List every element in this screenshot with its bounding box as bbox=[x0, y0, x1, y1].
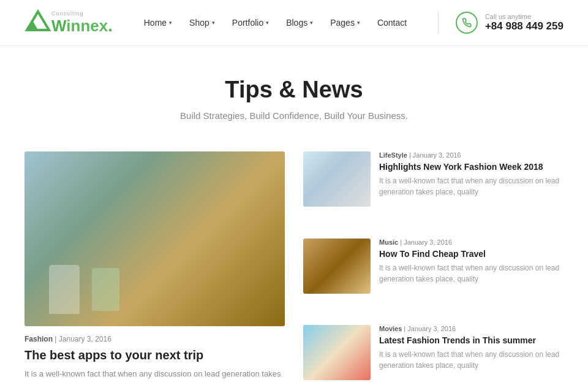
pages-dropdown-arrow: ▾ bbox=[357, 20, 360, 26]
small-post-1: LifeStyle | January 3, 2016 Highlights N… bbox=[303, 151, 564, 220]
small-post-2-meta: Music | January 3, 2016 bbox=[379, 239, 564, 246]
blogs-dropdown-arrow: ▾ bbox=[310, 20, 313, 26]
small-post-1-title[interactable]: Highlights New York Fashion Week 2018 bbox=[379, 161, 564, 172]
nav-pages[interactable]: Pages ▾ bbox=[322, 0, 369, 46]
contact-info: Call us anytime +84 988 449 259 bbox=[438, 12, 564, 34]
blog-grid: Fashion | January 3, 2016 The best apps … bbox=[0, 139, 588, 382]
small-post-2-image[interactable] bbox=[303, 239, 371, 294]
small-post-2-title[interactable]: How To Find Cheap Travel bbox=[379, 248, 564, 259]
main-nav: Home ▾ Shop ▾ Portfolio ▾ Blogs ▾ Pages … bbox=[135, 0, 415, 46]
small-post-1-image[interactable] bbox=[303, 151, 371, 207]
nav-portfolio[interactable]: Portfolio ▾ bbox=[224, 0, 277, 46]
small-post-2: Music | January 3, 2016 How To Find Chea… bbox=[303, 239, 564, 307]
logo-icon bbox=[24, 9, 51, 36]
home-dropdown-arrow: ▾ bbox=[169, 20, 172, 26]
small-post-3-meta: Movies | January 3, 2016 bbox=[379, 325, 564, 332]
small-post-3: Movies | January 3, 2016 Latest Fashion … bbox=[303, 325, 564, 382]
small-post-3-image[interactable] bbox=[303, 325, 371, 380]
phone-icon bbox=[456, 12, 478, 34]
nav-blogs[interactable]: Blogs ▾ bbox=[277, 0, 322, 46]
site-header: Consulting Winnex. Home ▾ Shop ▾ Portfol… bbox=[0, 0, 588, 46]
phone-number: +84 988 449 259 bbox=[485, 20, 564, 32]
small-post-2-excerpt: It is a well-known fact that when any di… bbox=[379, 262, 564, 285]
small-post-2-info: Music | January 3, 2016 How To Find Chea… bbox=[379, 239, 564, 285]
featured-post: Fashion | January 3, 2016 The best apps … bbox=[24, 151, 285, 382]
logo[interactable]: Consulting Winnex. bbox=[24, 9, 113, 36]
logo-consulting: Consulting bbox=[51, 11, 113, 17]
hero-section: Tips & News Build Strategies, Build Conf… bbox=[0, 46, 588, 139]
page-title: Tips & News bbox=[12, 77, 576, 103]
featured-post-title[interactable]: The best apps to your next trip bbox=[24, 347, 285, 363]
small-post-1-meta: LifeStyle | January 3, 2016 bbox=[379, 151, 564, 159]
phone-details: Call us anytime +84 988 449 259 bbox=[485, 13, 564, 32]
nav-shop[interactable]: Shop ▾ bbox=[181, 0, 224, 46]
small-post-1-excerpt: It is a well-known fact that when any di… bbox=[379, 175, 564, 197]
featured-post-meta: Fashion | January 3, 2016 bbox=[24, 335, 285, 343]
portfolio-dropdown-arrow: ▾ bbox=[266, 20, 269, 26]
small-post-3-title[interactable]: Latest Fashion Trends in This summer bbox=[379, 335, 564, 346]
nav-contact[interactable]: Contact bbox=[369, 0, 415, 46]
nav-home[interactable]: Home ▾ bbox=[135, 0, 181, 46]
page-subtitle: Build Strategies, Build Confidence, Buil… bbox=[12, 110, 576, 121]
logo-name: Winnex. bbox=[51, 17, 113, 34]
call-label: Call us anytime bbox=[485, 13, 564, 20]
logo-initial: W bbox=[51, 17, 66, 35]
featured-post-image[interactable] bbox=[24, 151, 285, 326]
featured-post-excerpt: It is a well-known fact that when any di… bbox=[24, 368, 285, 382]
small-post-1-info: LifeStyle | January 3, 2016 Highlights N… bbox=[379, 151, 564, 197]
small-post-3-info: Movies | January 3, 2016 Latest Fashion … bbox=[379, 325, 564, 371]
shop-dropdown-arrow: ▾ bbox=[212, 20, 215, 26]
small-post-3-excerpt: It is a well-known fact that when any di… bbox=[379, 349, 564, 371]
